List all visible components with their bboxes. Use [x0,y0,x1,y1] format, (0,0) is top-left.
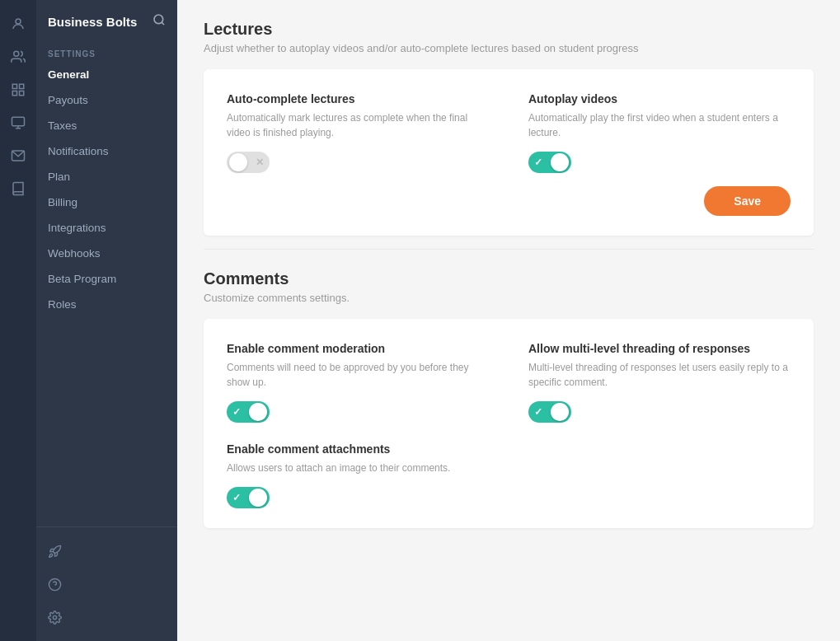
comment-moderation-title: Enable comment moderation [227,342,489,355]
nav-item-payouts[interactable]: Payouts [36,87,177,113]
auto-complete-item: Auto-complete lectures Automatically mar… [227,92,489,173]
nav-item-taxes[interactable]: Taxes [36,113,177,138]
lectures-save-button[interactable]: Save [704,186,791,216]
threading-item: Allow multi-level threading of responses… [528,342,791,423]
threading-toggle-wrap: ✓ ✕ [528,401,791,423]
section-divider [204,249,814,250]
svg-rect-6 [12,117,25,126]
comment-moderation-item: Enable comment moderation Comments will … [227,342,489,423]
svg-point-1 [14,51,19,56]
svg-line-11 [162,22,164,25]
lectures-grid: Auto-complete lectures Automatically mar… [227,92,791,173]
nav-item-beta[interactable]: Beta Program [36,266,177,292]
auto-complete-title: Auto-complete lectures [227,92,489,105]
search-icon[interactable] [153,13,166,30]
svg-point-14 [53,615,56,619]
comment-moderation-knob [249,403,267,421]
svg-rect-2 [12,84,16,88]
autoplay-toggle-knob [551,153,569,171]
lectures-desc: Adjust whether to autoplay videos and/or… [204,42,814,54]
sidebar-icon-home[interactable] [0,8,36,40]
sidebar-brand-area: Business Bolts [36,0,177,43]
lectures-save-row: Save [227,186,791,216]
attachments-desc: Allows users to attach an image to their… [227,461,489,475]
svg-rect-4 [20,91,24,96]
footer-settings-icon[interactable] [36,601,73,633]
lectures-card: Auto-complete lectures Automatically mar… [204,69,814,236]
mod-check-icon: ✓ [232,406,241,418]
sidebar-icon-users[interactable] [0,41,36,73]
lectures-title: Lectures [204,20,814,39]
nav-item-plan[interactable]: Plan [36,164,177,189]
attach-check-icon: ✓ [232,492,241,503]
autoplay-toggle[interactable]: ✓ ✕ [528,152,571,173]
comment-moderation-toggle-wrap: ✓ ✕ [227,401,489,423]
lectures-section: Lectures Adjust whether to autoplay vide… [204,20,814,236]
sidebar-icon-list[interactable] [0,107,36,138]
footer-help-icon[interactable] [36,568,73,600]
attachments-knob [249,489,267,507]
footer-rocket-icon[interactable] [36,536,73,567]
nav-item-integrations[interactable]: Integrations [36,215,177,241]
comments-section: Comments Customize comments settings. En… [204,269,814,528]
autoplay-check-icon: ✓ [534,157,542,168]
nav-item-roles[interactable]: Roles [36,292,177,317]
settings-section-label: SETTINGS [36,43,177,62]
sidebar: Business Bolts SETTINGS General Payouts … [0,0,177,641]
comments-desc: Customize comments settings. [204,292,814,304]
auto-complete-toggle-wrap: ✓ ✕ [227,152,489,173]
sidebar-right: Business Bolts SETTINGS General Payouts … [36,0,177,641]
attachments-toggle-wrap: ✓ ✕ [227,487,489,508]
sidebar-icon-column [0,0,36,641]
auto-complete-desc: Automatically mark lectures as complete … [227,110,489,140]
autoplay-videos-item: Autoplay videos Automatically play the f… [528,92,791,173]
comments-title: Comments [204,269,814,288]
nav-item-webhooks[interactable]: Webhooks [36,241,177,266]
autoplay-toggle-wrap: ✓ ✕ [528,152,791,173]
comment-moderation-desc: Comments will need to be approved by you… [227,360,489,390]
sidebar-icon-chart[interactable] [0,74,36,105]
attachments-item: Enable comment attachments Allows users … [227,442,489,508]
threading-desc: Multi-level threading of responses let u… [528,360,791,390]
brand-name: Business Bolts [48,15,137,29]
svg-rect-5 [12,91,16,96]
threading-toggle[interactable]: ✓ ✕ [528,401,571,423]
comments-grid: Enable comment moderation Comments will … [227,342,791,508]
nav-item-billing[interactable]: Billing [36,189,177,215]
sidebar-footer [36,526,177,641]
attachments-title: Enable comment attachments [227,442,489,456]
comment-moderation-toggle[interactable]: ✓ ✕ [227,401,270,423]
svg-rect-3 [20,84,24,88]
nav-item-notifications[interactable]: Notifications [36,138,177,164]
comments-card: Enable comment moderation Comments will … [204,319,814,528]
svg-point-10 [154,15,163,24]
autoplay-desc: Automatically play the first video when … [528,110,791,140]
nav-item-general[interactable]: General [36,62,177,87]
sidebar-icon-mail[interactable] [0,140,36,171]
threading-title: Allow multi-level threading of responses [528,342,791,355]
auto-complete-toggle-knob [229,153,247,171]
sidebar-icon-book[interactable] [0,173,36,204]
main-content: Lectures Adjust whether to autoplay vide… [177,0,840,641]
attachments-toggle[interactable]: ✓ ✕ [227,487,270,508]
svg-point-0 [16,19,21,24]
auto-complete-toggle[interactable]: ✓ ✕ [227,152,270,173]
toggle-x-icon: ✕ [256,157,264,168]
autoplay-title: Autoplay videos [528,92,791,105]
thread-check-icon: ✓ [534,406,542,418]
threading-knob [551,403,569,421]
